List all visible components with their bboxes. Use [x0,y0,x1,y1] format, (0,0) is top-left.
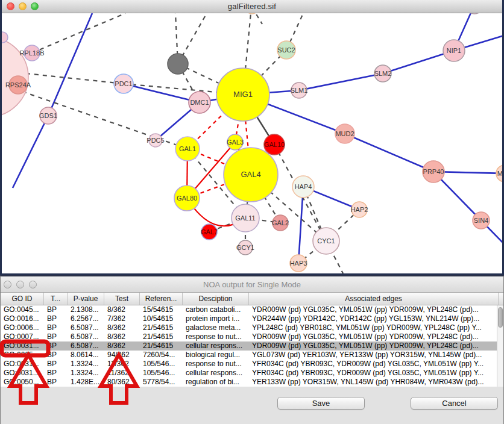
network-graph: RPL18BRPS24AGDS1PDC1DMC1MIG1SUC2SLM1SLM2… [2,13,502,273]
zoom-button[interactable] [29,281,37,288]
cell-edges: YDR009W (pd) YGL035C, YML051W (pp) YDR00… [249,305,499,314]
edge-blue[interactable] [48,13,92,116]
close-button[interactable] [4,281,11,288]
cell-description: protein import i... [183,314,249,323]
cell-go_id: GO:0031... [1,369,44,378]
cell-go_id: GO:0065... [1,351,44,360]
edge-blue[interactable] [345,134,433,172]
minimize-button[interactable] [16,281,24,288]
cell-p_value: 6.2567... [68,314,104,323]
table-row[interactable]: GO:0031...BP1.3324...11/362105/546...cel… [1,369,503,378]
node-grayNode[interactable] [168,54,188,74]
node-label-PDC1: PDC1 [115,80,132,87]
cell-test: 7/362 [104,314,140,323]
noa-output-window: NOA output for Single Mode GO IDT...P-va… [0,275,504,424]
cell-reference: 21/54615 [140,323,183,332]
edge-dash[interactable] [26,73,124,84]
close-button[interactable] [7,2,14,10]
node-label-MIG1: MIG1 [233,90,253,99]
column-header-test[interactable]: Test [104,293,140,305]
cell-reference: 105/546... [140,369,183,378]
node-label-GAL1: GAL1 [179,145,196,152]
cell-reference: 21/54615 [140,341,183,351]
node-label-GAL3: GAL3 [227,139,244,146]
cell-p_value: 6.5087... [68,323,104,332]
node-greenTop[interactable] [245,13,259,14]
cell-reference: 21/54615 [140,332,183,341]
cell-reference: 10/54615 [140,314,183,323]
cell-test: 11/362 [104,360,140,369]
noa-window-titlebar[interactable]: NOA output for Single Mode [1,276,503,293]
save-button[interactable]: Save [277,397,365,410]
network-canvas[interactable]: RPL18BRPS24AGDS1PDC1DMC1MIG1SUC2SLM1SLM2… [2,13,502,273]
network-window-titlebar[interactable]: galFiltered.sif [2,0,502,13]
table-row[interactable]: GO:0065...BP8.0614...94/3627260/54...bio… [1,351,503,360]
cell-type: BP [44,351,68,360]
cell-edges: YER133W (pp) YOR315W, YNL145W (pd) YHR08… [249,378,499,387]
column-header-p_value[interactable]: P-value [68,293,104,305]
cell-go_id: GO:0006... [1,323,44,332]
column-header-description[interactable]: Desciption [183,293,249,305]
window-controls-inactive [4,281,37,288]
table-row[interactable]: GO:0045...BP2.1308...8/36215/54615carbon… [1,305,503,314]
node-label-NIP1: NIP1 [447,47,461,54]
node-label-GAL10: GAL10 [264,141,285,148]
node-label-PDC5: PDC5 [146,137,164,144]
cell-type: BP [44,323,68,332]
cell-type: BP [44,305,68,314]
node-tinyTL[interactable] [2,32,8,43]
column-header-type[interactable]: T... [44,293,68,305]
edge-dash[interactable] [252,13,262,24]
edge-dash[interactable] [32,13,125,53]
table-row[interactable]: GO:0050...BP1.428E...80/3625778/54...reg… [1,378,503,387]
node-label-PRP40: PRP40 [423,168,444,175]
node-label-MUD2: MUD2 [335,130,354,137]
cell-type: BP [44,369,68,378]
node-label-GAL80: GAL80 [177,195,197,202]
cell-go_id: GO:0050... [1,378,44,387]
cell-test: 8/362 [104,323,140,332]
column-header-go_id[interactable]: GO ID [1,293,44,305]
cell-type: BP [44,314,68,323]
table-body: GO:0045...BP2.1308...8/36215/54615carbon… [1,305,503,387]
edge-blue[interactable] [299,73,383,90]
node-label-RPS24A: RPS24A [5,81,31,89]
node-label-HAP4: HAP4 [295,183,312,190]
node-label-HAP3: HAP3 [290,260,307,267]
edge-blue[interactable] [124,84,200,102]
node-label-GAL11: GAL11 [235,214,255,222]
node-label-GDS1: GDS1 [39,112,57,119]
node-label-SIN4: SIN4 [474,217,488,224]
cancel-button[interactable]: Cancel [411,397,498,410]
cell-p_value: 2.1308... [68,305,104,314]
cell-reference: 105/546... [140,360,183,369]
vertical-scrollbar[interactable] [497,305,503,387]
cell-p_value: 6.5087... [68,332,104,341]
column-header-edges[interactable]: Associated edges [249,293,499,305]
cell-description: galactose meta... [183,323,249,332]
minimize-button[interactable] [19,2,27,10]
table-row[interactable]: GO:0031...BP6.5087...8/36221/54615cellul… [1,341,503,351]
edge-blue[interactable] [13,116,48,188]
cell-test: 8/362 [104,332,140,341]
column-header-reference[interactable]: Referen... [140,293,183,305]
cell-test: 8/362 [104,305,140,314]
table-row[interactable]: GO:0007...BP6.5087...8/36221/54615respon… [1,332,503,341]
node-pinkTop[interactable] [465,13,484,14]
cell-edges: YFR034C (pd) YBR093C, YDR009W (pd) YGL03… [249,369,499,378]
scrollbar-thumb[interactable] [498,307,503,328]
cell-description: cellular respons... [183,369,249,378]
cell-type: BP [44,332,68,341]
cell-test: 94/362 [104,351,140,360]
window-controls [7,2,39,10]
zoom-button[interactable] [31,2,39,10]
table-row[interactable]: GO:0006...BP6.5087...8/36221/54615galact… [1,323,503,332]
table-row[interactable]: GO:0016...BP6.2567...7/36210/54615protei… [1,314,503,323]
table-row[interactable]: GO:0031...BP1.3324...11/362105/546...res… [1,360,503,369]
cell-test: 80/362 [104,378,140,387]
node-label-SLM1: SLM1 [291,87,308,94]
cell-type: BP [44,378,68,387]
cell-reference: 5778/54... [140,378,183,387]
table-header-row: GO IDT...P-valueTestReferen...Desciption… [1,293,503,305]
noa-window-title: NOA output for Single Mode [203,280,301,289]
